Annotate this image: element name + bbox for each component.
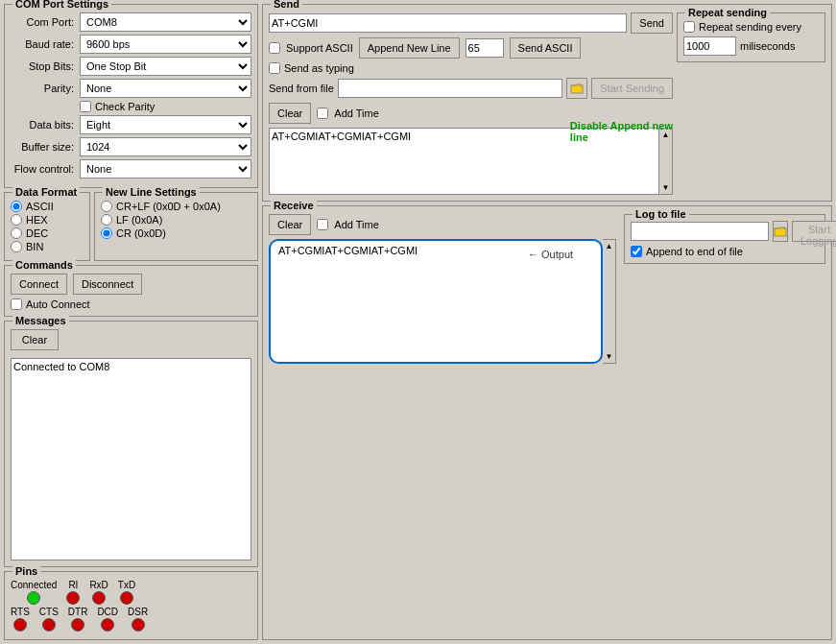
send-input[interactable]: [269, 13, 627, 33]
dec-radio[interactable]: [11, 227, 22, 239]
pin-rts-indicator: [13, 618, 27, 632]
data-format-box: Data Format ASCII HEX DEC BIN: [4, 192, 90, 261]
svg-rect-1: [775, 228, 786, 236]
lf-label: LF (0x0A): [116, 214, 162, 226]
append-new-line-button[interactable]: Append New Line: [359, 37, 460, 59]
pin-ri: RI: [66, 580, 80, 605]
data-bits-select[interactable]: Eight: [80, 115, 251, 134]
data-format-title: Data Format: [12, 186, 80, 198]
output-label: ← Output: [528, 249, 573, 260]
messages-box: Messages Clear Connected to COM8: [4, 321, 258, 567]
stop-bits-select[interactable]: One Stop Bit: [80, 57, 251, 76]
com-port-select[interactable]: COM8: [80, 12, 251, 32]
append-to-end-label: Append to end of file: [646, 246, 743, 257]
messages-clear-button[interactable]: Clear: [11, 329, 59, 350]
pin-dsr-indicator: [131, 618, 145, 632]
commands-title: Commands: [12, 259, 76, 271]
receive-scroll-down-arrow[interactable]: ▼: [606, 352, 613, 361]
repeat-sending-checkbox[interactable]: [683, 21, 695, 33]
repeat-sending-box: Repeat sending Repeat sending every mili…: [677, 12, 825, 62]
lf-radio[interactable]: [101, 214, 112, 226]
receive-box: Receive Clear Add Time AT+CGMIAT+CGMIAT+…: [262, 205, 832, 640]
stop-bits-label: Stop Bits:: [11, 60, 80, 72]
baud-rate-label: Baud rate:: [11, 38, 80, 50]
ascii-label: ASCII: [26, 201, 54, 212]
pin-dcd-indicator: [101, 618, 114, 632]
send-ascii-button[interactable]: Send ASCII: [510, 37, 582, 59]
check-parity-checkbox[interactable]: [80, 101, 91, 112]
scroll-up-arrow[interactable]: ▲: [662, 131, 670, 139]
receive-add-time-label: Add Time: [334, 219, 378, 230]
check-parity-label: Check Parity: [95, 101, 155, 112]
log-browse-button[interactable]: [773, 221, 788, 242]
buffer-size-select[interactable]: 1024: [80, 137, 251, 156]
commands-box: Commands Connect Disconnect Auto Connect: [4, 265, 258, 317]
pin-connected-indicator: [27, 591, 40, 605]
svg-rect-0: [571, 85, 583, 93]
newline-title: New Line Settings: [103, 186, 200, 198]
send-clear-button[interactable]: Clear: [269, 103, 311, 124]
flow-control-select[interactable]: None: [80, 159, 251, 179]
start-logging-button[interactable]: Start Logging: [792, 221, 836, 242]
start-sending-button[interactable]: Start Sending: [591, 78, 673, 99]
send-title: Send: [271, 0, 302, 10]
pins-title: Pins: [12, 565, 40, 577]
pin-txd: TxD: [118, 580, 135, 605]
send-file-browse-button[interactable]: [566, 78, 587, 99]
support-ascii-label: Support ASCII: [286, 42, 353, 54]
repeat-interval-input[interactable]: [683, 36, 736, 56]
pin-rxd: RxD: [89, 580, 107, 605]
send-as-typing-checkbox[interactable]: [269, 62, 280, 74]
pin-cts-indicator: [42, 618, 56, 632]
pin-ri-indicator: [66, 591, 80, 605]
cr-radio[interactable]: [101, 227, 112, 239]
buffer-size-label: Buffer size:: [11, 141, 80, 153]
log-to-file-box: Log to file Start Logging: [624, 214, 825, 264]
log-file-input[interactable]: [631, 222, 769, 241]
connect-button[interactable]: Connect: [11, 274, 67, 295]
auto-connect-checkbox[interactable]: [11, 298, 22, 310]
receive-clear-button[interactable]: Clear: [269, 214, 311, 235]
bin-label: BIN: [26, 241, 43, 252]
send-button[interactable]: Send: [631, 12, 673, 34]
messages-text: Connected to COM8: [13, 361, 109, 372]
pin-txd-indicator: [120, 591, 133, 605]
bin-radio[interactable]: [11, 241, 22, 252]
data-bits-label: Data bits:: [11, 119, 80, 131]
add-time-label: Add Time: [334, 107, 378, 119]
send-file-input[interactable]: [338, 79, 562, 98]
log-folder-icon: [774, 225, 787, 238]
add-time-checkbox[interactable]: [317, 107, 328, 119]
auto-connect-label: Auto Connect: [26, 298, 90, 310]
com-port-label: Com Port:: [11, 16, 80, 28]
support-ascii-checkbox[interactable]: [269, 42, 280, 54]
disconnect-button[interactable]: Disconnect: [73, 274, 142, 295]
receive-add-time-checkbox[interactable]: [317, 219, 328, 230]
crlf-label: CR+LF (0x0D + 0x0A): [116, 201, 221, 212]
dec-label: DEC: [26, 227, 48, 239]
pin-dsr: DSR: [128, 607, 148, 632]
pin-dcd: DCD: [97, 607, 118, 632]
log-to-file-title: Log to file: [633, 208, 689, 220]
repeat-sending-title: Repeat sending: [685, 7, 770, 18]
newline-settings-box: New Line Settings CR+LF (0x0D + 0x0A) LF…: [94, 192, 258, 261]
com-port-settings: COM Port Settings Com Port: COM8 Baud ra…: [4, 4, 258, 188]
send-as-typing-label: Send as typing: [284, 62, 354, 74]
send-text: AT+CGMIAT+CGMIAT+CGMI: [272, 131, 411, 142]
baud-rate-select[interactable]: 9600 bps: [80, 35, 251, 54]
scroll-down-arrow[interactable]: ▼: [662, 183, 670, 192]
receive-title: Receive: [271, 200, 317, 211]
hex-radio[interactable]: [11, 214, 22, 226]
append-to-end-checkbox[interactable]: [631, 246, 642, 257]
folder-icon: [570, 82, 584, 95]
ascii-value-input[interactable]: [466, 38, 504, 58]
repeat-unit-label: miliseconds: [740, 40, 795, 52]
pins-box: Pins Connected RI RxD TxD: [4, 571, 258, 640]
parity-select[interactable]: None: [80, 79, 251, 98]
pin-dtr-indicator: [71, 618, 84, 632]
crlf-radio[interactable]: [101, 201, 112, 212]
receive-scroll-up-arrow[interactable]: ▲: [606, 242, 613, 250]
ascii-radio[interactable]: [11, 201, 22, 212]
flow-control-label: Flow control:: [11, 163, 80, 175]
receive-text: AT+CGMIAT+CGMIAT+CGMI: [278, 245, 418, 256]
